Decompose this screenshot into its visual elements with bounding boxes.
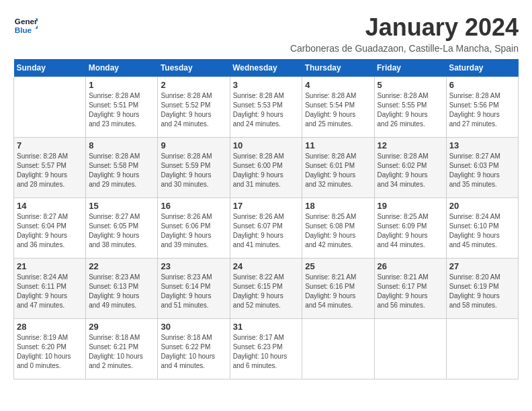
svg-text:General: General [15, 17, 38, 26]
day-number: 14 [17, 201, 83, 211]
day-info: Sunrise: 8:28 AM Sunset: 6:00 PM Dayligh… [233, 152, 300, 189]
day-info: Sunrise: 8:27 AM Sunset: 6:03 PM Dayligh… [449, 152, 515, 189]
day-number: 26 [378, 261, 443, 271]
day-number: 18 [305, 201, 371, 211]
day-info: Sunrise: 8:28 AM Sunset: 6:02 PM Dayligh… [378, 152, 443, 189]
svg-text:Blue: Blue [15, 26, 32, 34]
calendar-cell [446, 319, 518, 379]
day-number: 28 [17, 322, 83, 332]
day-number: 29 [89, 322, 154, 332]
day-info: Sunrise: 8:23 AM Sunset: 6:14 PM Dayligh… [161, 273, 226, 310]
day-number: 19 [378, 201, 443, 211]
calendar-cell: 31Sunrise: 8:17 AM Sunset: 6:23 PM Dayli… [230, 319, 302, 379]
day-info: Sunrise: 8:27 AM Sunset: 6:05 PM Dayligh… [89, 212, 154, 250]
day-info: Sunrise: 8:28 AM Sunset: 6:01 PM Dayligh… [305, 152, 371, 189]
calendar-cell [374, 319, 446, 379]
day-info: Sunrise: 8:28 AM Sunset: 5:55 PM Dayligh… [378, 91, 443, 129]
calendar-cell: 23Sunrise: 8:23 AM Sunset: 6:14 PM Dayli… [158, 259, 230, 319]
calendar-cell: 25Sunrise: 8:21 AM Sunset: 6:16 PM Dayli… [302, 259, 374, 319]
day-info: Sunrise: 8:25 AM Sunset: 6:08 PM Dayligh… [305, 212, 371, 250]
day-number: 5 [378, 80, 443, 90]
calendar-cell: 15Sunrise: 8:27 AM Sunset: 6:05 PM Dayli… [86, 198, 158, 259]
day-number: 17 [233, 201, 300, 211]
calendar-week-row: 7Sunrise: 8:28 AM Sunset: 5:57 PM Daylig… [14, 138, 519, 198]
calendar-body: 1Sunrise: 8:28 AM Sunset: 5:51 PM Daylig… [14, 77, 519, 379]
calendar-cell: 11Sunrise: 8:28 AM Sunset: 6:01 PM Dayli… [302, 138, 374, 198]
month-title: January 2024 [290, 13, 519, 42]
calendar-week-row: 28Sunrise: 8:19 AM Sunset: 6:20 PM Dayli… [14, 319, 519, 379]
calendar-cell [14, 77, 86, 138]
day-number: 9 [161, 140, 226, 150]
day-info: Sunrise: 8:28 AM Sunset: 5:59 PM Dayligh… [161, 152, 226, 189]
calendar-header-row: SundayMondayTuesdayWednesdayThursdayFrid… [14, 59, 519, 77]
calendar-table: SundayMondayTuesdayWednesdayThursdayFrid… [13, 59, 519, 379]
day-header-saturday: Saturday [446, 59, 518, 77]
day-header-sunday: Sunday [14, 59, 86, 77]
day-header-friday: Friday [374, 59, 446, 77]
calendar-cell: 20Sunrise: 8:24 AM Sunset: 6:10 PM Dayli… [446, 198, 518, 259]
day-info: Sunrise: 8:28 AM Sunset: 5:58 PM Dayligh… [89, 152, 154, 189]
day-number: 2 [161, 80, 226, 90]
day-info: Sunrise: 8:17 AM Sunset: 6:23 PM Dayligh… [233, 333, 300, 371]
day-header-thursday: Thursday [302, 59, 374, 77]
day-info: Sunrise: 8:22 AM Sunset: 6:15 PM Dayligh… [233, 273, 300, 310]
day-info: Sunrise: 8:18 AM Sunset: 6:21 PM Dayligh… [89, 333, 154, 371]
calendar-week-row: 1Sunrise: 8:28 AM Sunset: 5:51 PM Daylig… [14, 77, 519, 138]
day-number: 21 [17, 261, 83, 271]
calendar-cell: 4Sunrise: 8:28 AM Sunset: 5:54 PM Daylig… [302, 77, 374, 138]
calendar-cell [302, 319, 374, 379]
day-number: 27 [449, 261, 515, 271]
calendar-cell: 22Sunrise: 8:23 AM Sunset: 6:13 PM Dayli… [86, 259, 158, 319]
logo-icon: General Blue [13, 13, 38, 38]
day-info: Sunrise: 8:21 AM Sunset: 6:16 PM Dayligh… [305, 273, 371, 310]
day-number: 8 [89, 140, 154, 150]
calendar-cell: 26Sunrise: 8:21 AM Sunset: 6:17 PM Dayli… [374, 259, 446, 319]
calendar-cell: 16Sunrise: 8:26 AM Sunset: 6:06 PM Dayli… [158, 198, 230, 259]
day-number: 13 [449, 140, 515, 150]
day-number: 4 [305, 80, 371, 90]
calendar-cell: 2Sunrise: 8:28 AM Sunset: 5:52 PM Daylig… [158, 77, 230, 138]
day-number: 15 [89, 201, 154, 211]
day-info: Sunrise: 8:27 AM Sunset: 6:04 PM Dayligh… [17, 212, 83, 250]
day-info: Sunrise: 8:20 AM Sunset: 6:19 PM Dayligh… [449, 273, 515, 310]
day-info: Sunrise: 8:24 AM Sunset: 6:11 PM Dayligh… [17, 273, 83, 310]
day-info: Sunrise: 8:28 AM Sunset: 5:51 PM Dayligh… [89, 91, 154, 129]
day-number: 25 [305, 261, 371, 271]
calendar-cell: 21Sunrise: 8:24 AM Sunset: 6:11 PM Dayli… [14, 259, 86, 319]
day-info: Sunrise: 8:28 AM Sunset: 5:57 PM Dayligh… [17, 152, 83, 189]
calendar-week-row: 14Sunrise: 8:27 AM Sunset: 6:04 PM Dayli… [14, 198, 519, 259]
day-number: 1 [89, 80, 154, 90]
calendar-cell: 5Sunrise: 8:28 AM Sunset: 5:55 PM Daylig… [374, 77, 446, 138]
day-header-wednesday: Wednesday [230, 59, 302, 77]
calendar-cell: 10Sunrise: 8:28 AM Sunset: 6:00 PM Dayli… [230, 138, 302, 198]
day-info: Sunrise: 8:26 AM Sunset: 6:06 PM Dayligh… [161, 212, 226, 250]
calendar-cell: 28Sunrise: 8:19 AM Sunset: 6:20 PM Dayli… [14, 319, 86, 379]
day-header-tuesday: Tuesday [158, 59, 230, 77]
day-number: 23 [161, 261, 226, 271]
day-header-monday: Monday [86, 59, 158, 77]
day-info: Sunrise: 8:28 AM Sunset: 5:53 PM Dayligh… [233, 91, 300, 129]
location-subtitle: Carboneras de Guadazaon, Castille-La Man… [290, 43, 519, 54]
day-info: Sunrise: 8:26 AM Sunset: 6:07 PM Dayligh… [233, 212, 300, 250]
day-info: Sunrise: 8:25 AM Sunset: 6:09 PM Dayligh… [378, 212, 443, 250]
calendar-cell: 12Sunrise: 8:28 AM Sunset: 6:02 PM Dayli… [374, 138, 446, 198]
calendar-cell: 29Sunrise: 8:18 AM Sunset: 6:21 PM Dayli… [86, 319, 158, 379]
day-number: 10 [233, 140, 300, 150]
calendar-cell: 27Sunrise: 8:20 AM Sunset: 6:19 PM Dayli… [446, 259, 518, 319]
day-number: 7 [17, 140, 83, 150]
day-number: 30 [161, 322, 226, 332]
calendar-cell: 1Sunrise: 8:28 AM Sunset: 5:51 PM Daylig… [86, 77, 158, 138]
day-info: Sunrise: 8:23 AM Sunset: 6:13 PM Dayligh… [89, 273, 154, 310]
calendar-cell: 6Sunrise: 8:28 AM Sunset: 5:56 PM Daylig… [446, 77, 518, 138]
day-number: 6 [449, 80, 515, 90]
calendar-cell: 7Sunrise: 8:28 AM Sunset: 5:57 PM Daylig… [14, 138, 86, 198]
title-section: January 2024 Carboneras de Guadazaon, Ca… [290, 13, 519, 54]
page-header: General Blue January 2024 Carboneras de … [13, 13, 519, 54]
day-info: Sunrise: 8:28 AM Sunset: 5:52 PM Dayligh… [161, 91, 226, 129]
calendar-week-row: 21Sunrise: 8:24 AM Sunset: 6:11 PM Dayli… [14, 259, 519, 319]
calendar-cell: 18Sunrise: 8:25 AM Sunset: 6:08 PM Dayli… [302, 198, 374, 259]
calendar-cell: 8Sunrise: 8:28 AM Sunset: 5:58 PM Daylig… [86, 138, 158, 198]
day-number: 3 [233, 80, 300, 90]
calendar-cell: 30Sunrise: 8:18 AM Sunset: 6:22 PM Dayli… [158, 319, 230, 379]
day-info: Sunrise: 8:19 AM Sunset: 6:20 PM Dayligh… [17, 333, 83, 371]
